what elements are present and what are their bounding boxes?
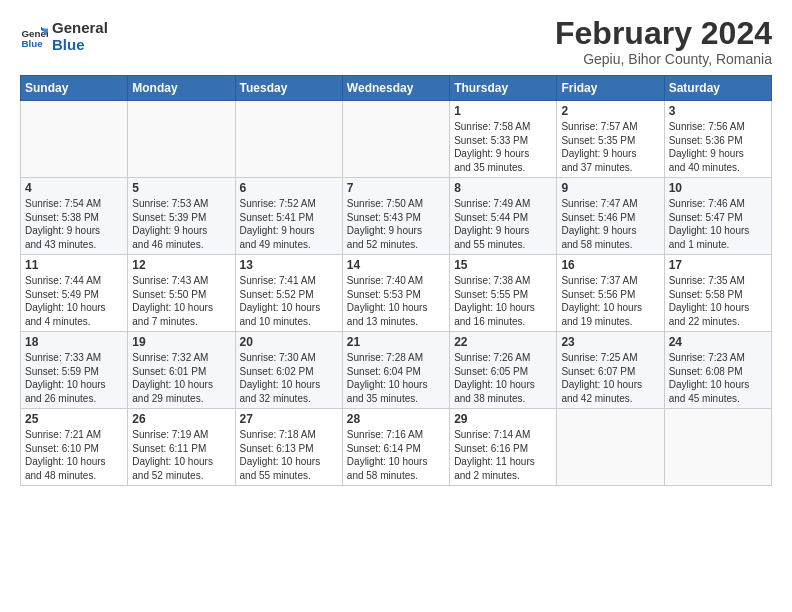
cell-w4-d4: 29Sunrise: 7:14 AMSunset: 6:16 PMDayligh…: [450, 409, 557, 486]
cell-w1-d3: 7Sunrise: 7:50 AMSunset: 5:43 PMDaylight…: [342, 178, 449, 255]
day-number: 11: [25, 258, 123, 272]
cell-w2-d3: 14Sunrise: 7:40 AMSunset: 5:53 PMDayligh…: [342, 255, 449, 332]
day-info: Sunrise: 7:28 AMSunset: 6:04 PMDaylight:…: [347, 351, 445, 405]
day-info: Sunrise: 7:49 AMSunset: 5:44 PMDaylight:…: [454, 197, 552, 251]
cell-w4-d1: 26Sunrise: 7:19 AMSunset: 6:11 PMDayligh…: [128, 409, 235, 486]
cell-w4-d0: 25Sunrise: 7:21 AMSunset: 6:10 PMDayligh…: [21, 409, 128, 486]
col-saturday: Saturday: [664, 76, 771, 101]
day-number: 22: [454, 335, 552, 349]
day-number: 23: [561, 335, 659, 349]
day-info: Sunrise: 7:37 AMSunset: 5:56 PMDaylight:…: [561, 274, 659, 328]
day-info: Sunrise: 7:46 AMSunset: 5:47 PMDaylight:…: [669, 197, 767, 251]
day-info: Sunrise: 7:57 AMSunset: 5:35 PMDaylight:…: [561, 120, 659, 174]
day-info: Sunrise: 7:21 AMSunset: 6:10 PMDaylight:…: [25, 428, 123, 482]
day-info: Sunrise: 7:50 AMSunset: 5:43 PMDaylight:…: [347, 197, 445, 251]
cell-w0-d0: [21, 101, 128, 178]
day-info: Sunrise: 7:30 AMSunset: 6:02 PMDaylight:…: [240, 351, 338, 405]
day-info: Sunrise: 7:47 AMSunset: 5:46 PMDaylight:…: [561, 197, 659, 251]
day-number: 20: [240, 335, 338, 349]
cell-w0-d4: 1Sunrise: 7:58 AMSunset: 5:33 PMDaylight…: [450, 101, 557, 178]
day-number: 26: [132, 412, 230, 426]
day-number: 10: [669, 181, 767, 195]
cell-w0-d2: [235, 101, 342, 178]
cell-w3-d4: 22Sunrise: 7:26 AMSunset: 6:05 PMDayligh…: [450, 332, 557, 409]
cell-w0-d5: 2Sunrise: 7:57 AMSunset: 5:35 PMDaylight…: [557, 101, 664, 178]
day-number: 21: [347, 335, 445, 349]
cell-w1-d2: 6Sunrise: 7:52 AMSunset: 5:41 PMDaylight…: [235, 178, 342, 255]
day-number: 24: [669, 335, 767, 349]
cell-w1-d0: 4Sunrise: 7:54 AMSunset: 5:38 PMDaylight…: [21, 178, 128, 255]
title-block: February 2024 Gepiu, Bihor County, Roman…: [555, 16, 772, 67]
cell-w0-d6: 3Sunrise: 7:56 AMSunset: 5:36 PMDaylight…: [664, 101, 771, 178]
logo-icon: General Blue: [20, 23, 48, 51]
cell-w1-d4: 8Sunrise: 7:49 AMSunset: 5:44 PMDaylight…: [450, 178, 557, 255]
day-number: 5: [132, 181, 230, 195]
cell-w3-d6: 24Sunrise: 7:23 AMSunset: 6:08 PMDayligh…: [664, 332, 771, 409]
week-row-4: 25Sunrise: 7:21 AMSunset: 6:10 PMDayligh…: [21, 409, 772, 486]
cell-w3-d3: 21Sunrise: 7:28 AMSunset: 6:04 PMDayligh…: [342, 332, 449, 409]
day-number: 7: [347, 181, 445, 195]
day-info: Sunrise: 7:58 AMSunset: 5:33 PMDaylight:…: [454, 120, 552, 174]
week-row-0: 1Sunrise: 7:58 AMSunset: 5:33 PMDaylight…: [21, 101, 772, 178]
cell-w3-d5: 23Sunrise: 7:25 AMSunset: 6:07 PMDayligh…: [557, 332, 664, 409]
cell-w2-d4: 15Sunrise: 7:38 AMSunset: 5:55 PMDayligh…: [450, 255, 557, 332]
day-number: 27: [240, 412, 338, 426]
day-number: 19: [132, 335, 230, 349]
cell-w3-d0: 18Sunrise: 7:33 AMSunset: 5:59 PMDayligh…: [21, 332, 128, 409]
day-info: Sunrise: 7:16 AMSunset: 6:14 PMDaylight:…: [347, 428, 445, 482]
logo: General Blue General Blue: [20, 20, 108, 53]
cell-w1-d6: 10Sunrise: 7:46 AMSunset: 5:47 PMDayligh…: [664, 178, 771, 255]
cell-w4-d5: [557, 409, 664, 486]
header: General Blue General Blue February 2024 …: [20, 16, 772, 67]
day-info: Sunrise: 7:41 AMSunset: 5:52 PMDaylight:…: [240, 274, 338, 328]
day-number: 16: [561, 258, 659, 272]
day-number: 6: [240, 181, 338, 195]
day-number: 28: [347, 412, 445, 426]
week-row-3: 18Sunrise: 7:33 AMSunset: 5:59 PMDayligh…: [21, 332, 772, 409]
day-number: 3: [669, 104, 767, 118]
day-info: Sunrise: 7:23 AMSunset: 6:08 PMDaylight:…: [669, 351, 767, 405]
day-number: 29: [454, 412, 552, 426]
day-info: Sunrise: 7:35 AMSunset: 5:58 PMDaylight:…: [669, 274, 767, 328]
day-info: Sunrise: 7:56 AMSunset: 5:36 PMDaylight:…: [669, 120, 767, 174]
cell-w2-d6: 17Sunrise: 7:35 AMSunset: 5:58 PMDayligh…: [664, 255, 771, 332]
day-info: Sunrise: 7:14 AMSunset: 6:16 PMDaylight:…: [454, 428, 552, 482]
day-info: Sunrise: 7:38 AMSunset: 5:55 PMDaylight:…: [454, 274, 552, 328]
day-info: Sunrise: 7:18 AMSunset: 6:13 PMDaylight:…: [240, 428, 338, 482]
cell-w3-d2: 20Sunrise: 7:30 AMSunset: 6:02 PMDayligh…: [235, 332, 342, 409]
day-number: 13: [240, 258, 338, 272]
cell-w0-d3: [342, 101, 449, 178]
day-number: 1: [454, 104, 552, 118]
subtitle: Gepiu, Bihor County, Romania: [555, 51, 772, 67]
cell-w2-d5: 16Sunrise: 7:37 AMSunset: 5:56 PMDayligh…: [557, 255, 664, 332]
day-info: Sunrise: 7:40 AMSunset: 5:53 PMDaylight:…: [347, 274, 445, 328]
day-number: 12: [132, 258, 230, 272]
day-info: Sunrise: 7:33 AMSunset: 5:59 PMDaylight:…: [25, 351, 123, 405]
day-number: 14: [347, 258, 445, 272]
day-info: Sunrise: 7:44 AMSunset: 5:49 PMDaylight:…: [25, 274, 123, 328]
cell-w0-d1: [128, 101, 235, 178]
col-wednesday: Wednesday: [342, 76, 449, 101]
cell-w4-d6: [664, 409, 771, 486]
day-number: 9: [561, 181, 659, 195]
day-number: 15: [454, 258, 552, 272]
day-info: Sunrise: 7:26 AMSunset: 6:05 PMDaylight:…: [454, 351, 552, 405]
day-number: 17: [669, 258, 767, 272]
day-number: 2: [561, 104, 659, 118]
day-info: Sunrise: 7:52 AMSunset: 5:41 PMDaylight:…: [240, 197, 338, 251]
day-number: 25: [25, 412, 123, 426]
week-row-1: 4Sunrise: 7:54 AMSunset: 5:38 PMDaylight…: [21, 178, 772, 255]
col-monday: Monday: [128, 76, 235, 101]
header-row: Sunday Monday Tuesday Wednesday Thursday…: [21, 76, 772, 101]
day-info: Sunrise: 7:53 AMSunset: 5:39 PMDaylight:…: [132, 197, 230, 251]
cell-w1-d5: 9Sunrise: 7:47 AMSunset: 5:46 PMDaylight…: [557, 178, 664, 255]
logo-line1: General: [52, 20, 108, 37]
cell-w1-d1: 5Sunrise: 7:53 AMSunset: 5:39 PMDaylight…: [128, 178, 235, 255]
day-info: Sunrise: 7:32 AMSunset: 6:01 PMDaylight:…: [132, 351, 230, 405]
page: General Blue General Blue February 2024 …: [0, 0, 792, 496]
col-tuesday: Tuesday: [235, 76, 342, 101]
cell-w2-d0: 11Sunrise: 7:44 AMSunset: 5:49 PMDayligh…: [21, 255, 128, 332]
day-number: 8: [454, 181, 552, 195]
week-row-2: 11Sunrise: 7:44 AMSunset: 5:49 PMDayligh…: [21, 255, 772, 332]
day-info: Sunrise: 7:54 AMSunset: 5:38 PMDaylight:…: [25, 197, 123, 251]
